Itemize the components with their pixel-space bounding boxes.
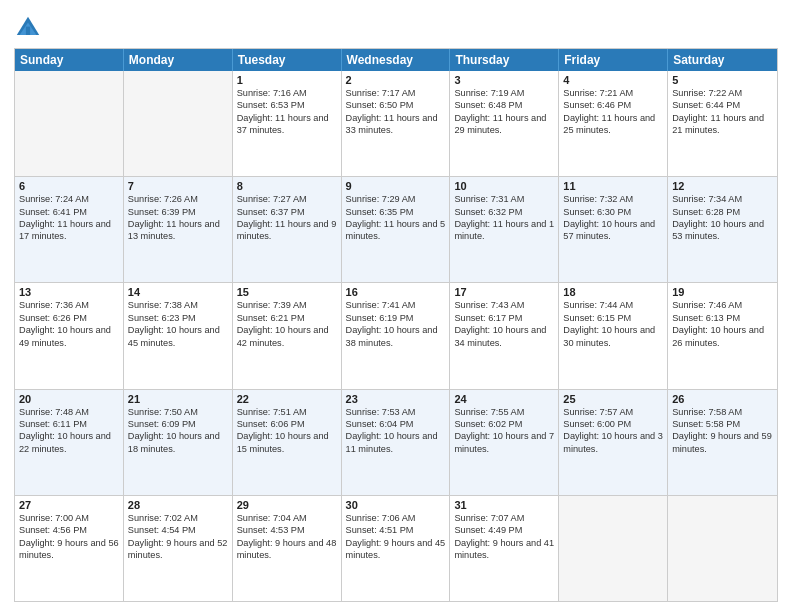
calendar-cell: 4Sunrise: 7:21 AM Sunset: 6:46 PM Daylig…	[559, 71, 668, 176]
header-day-saturday: Saturday	[668, 49, 777, 71]
calendar-cell: 3Sunrise: 7:19 AM Sunset: 6:48 PM Daylig…	[450, 71, 559, 176]
calendar-cell: 8Sunrise: 7:27 AM Sunset: 6:37 PM Daylig…	[233, 177, 342, 282]
page: SundayMondayTuesdayWednesdayThursdayFrid…	[0, 0, 792, 612]
calendar-cell: 26Sunrise: 7:58 AM Sunset: 5:58 PM Dayli…	[668, 390, 777, 495]
cell-content: Sunrise: 7:02 AM Sunset: 4:54 PM Dayligh…	[128, 513, 228, 560]
calendar-cell: 9Sunrise: 7:29 AM Sunset: 6:35 PM Daylig…	[342, 177, 451, 282]
day-number: 6	[19, 180, 119, 192]
calendar-cell: 2Sunrise: 7:17 AM Sunset: 6:50 PM Daylig…	[342, 71, 451, 176]
calendar-cell: 1Sunrise: 7:16 AM Sunset: 6:53 PM Daylig…	[233, 71, 342, 176]
calendar: SundayMondayTuesdayWednesdayThursdayFrid…	[14, 48, 778, 602]
cell-content: Sunrise: 7:07 AM Sunset: 4:49 PM Dayligh…	[454, 513, 554, 560]
calendar-cell: 31Sunrise: 7:07 AM Sunset: 4:49 PM Dayli…	[450, 496, 559, 601]
day-number: 27	[19, 499, 119, 511]
calendar-cell: 23Sunrise: 7:53 AM Sunset: 6:04 PM Dayli…	[342, 390, 451, 495]
calendar-row-5: 27Sunrise: 7:00 AM Sunset: 4:56 PM Dayli…	[15, 496, 777, 601]
day-number: 26	[672, 393, 773, 405]
day-number: 3	[454, 74, 554, 86]
day-number: 7	[128, 180, 228, 192]
day-number: 12	[672, 180, 773, 192]
cell-content: Sunrise: 7:50 AM Sunset: 6:09 PM Dayligh…	[128, 407, 220, 454]
day-number: 18	[563, 286, 663, 298]
cell-content: Sunrise: 7:51 AM Sunset: 6:06 PM Dayligh…	[237, 407, 329, 454]
calendar-cell	[668, 496, 777, 601]
calendar-row-2: 6Sunrise: 7:24 AM Sunset: 6:41 PM Daylig…	[15, 177, 777, 283]
calendar-cell: 21Sunrise: 7:50 AM Sunset: 6:09 PM Dayli…	[124, 390, 233, 495]
day-number: 5	[672, 74, 773, 86]
cell-content: Sunrise: 7:26 AM Sunset: 6:39 PM Dayligh…	[128, 194, 220, 241]
day-number: 24	[454, 393, 554, 405]
calendar-row-4: 20Sunrise: 7:48 AM Sunset: 6:11 PM Dayli…	[15, 390, 777, 496]
cell-content: Sunrise: 7:24 AM Sunset: 6:41 PM Dayligh…	[19, 194, 111, 241]
day-number: 23	[346, 393, 446, 405]
cell-content: Sunrise: 7:34 AM Sunset: 6:28 PM Dayligh…	[672, 194, 764, 241]
day-number: 30	[346, 499, 446, 511]
calendar-cell	[559, 496, 668, 601]
header	[14, 10, 778, 42]
cell-content: Sunrise: 7:57 AM Sunset: 6:00 PM Dayligh…	[563, 407, 663, 454]
cell-content: Sunrise: 7:46 AM Sunset: 6:13 PM Dayligh…	[672, 300, 764, 347]
calendar-cell: 28Sunrise: 7:02 AM Sunset: 4:54 PM Dayli…	[124, 496, 233, 601]
cell-content: Sunrise: 7:41 AM Sunset: 6:19 PM Dayligh…	[346, 300, 438, 347]
calendar-cell: 22Sunrise: 7:51 AM Sunset: 6:06 PM Dayli…	[233, 390, 342, 495]
day-number: 22	[237, 393, 337, 405]
cell-content: Sunrise: 7:27 AM Sunset: 6:37 PM Dayligh…	[237, 194, 337, 241]
svg-rect-2	[26, 27, 30, 35]
calendar-cell: 29Sunrise: 7:04 AM Sunset: 4:53 PM Dayli…	[233, 496, 342, 601]
logo-icon	[14, 14, 42, 42]
day-number: 25	[563, 393, 663, 405]
day-number: 16	[346, 286, 446, 298]
day-number: 2	[346, 74, 446, 86]
day-number: 29	[237, 499, 337, 511]
calendar-cell: 10Sunrise: 7:31 AM Sunset: 6:32 PM Dayli…	[450, 177, 559, 282]
calendar-row-1: 1Sunrise: 7:16 AM Sunset: 6:53 PM Daylig…	[15, 71, 777, 177]
cell-content: Sunrise: 7:48 AM Sunset: 6:11 PM Dayligh…	[19, 407, 111, 454]
calendar-cell: 16Sunrise: 7:41 AM Sunset: 6:19 PM Dayli…	[342, 283, 451, 388]
logo	[14, 14, 44, 42]
cell-content: Sunrise: 7:21 AM Sunset: 6:46 PM Dayligh…	[563, 88, 655, 135]
calendar-cell	[15, 71, 124, 176]
cell-content: Sunrise: 7:43 AM Sunset: 6:17 PM Dayligh…	[454, 300, 546, 347]
day-number: 1	[237, 74, 337, 86]
header-day-tuesday: Tuesday	[233, 49, 342, 71]
cell-content: Sunrise: 7:53 AM Sunset: 6:04 PM Dayligh…	[346, 407, 438, 454]
cell-content: Sunrise: 7:44 AM Sunset: 6:15 PM Dayligh…	[563, 300, 655, 347]
day-number: 20	[19, 393, 119, 405]
cell-content: Sunrise: 7:00 AM Sunset: 4:56 PM Dayligh…	[19, 513, 119, 560]
header-day-friday: Friday	[559, 49, 668, 71]
calendar-cell: 7Sunrise: 7:26 AM Sunset: 6:39 PM Daylig…	[124, 177, 233, 282]
cell-content: Sunrise: 7:32 AM Sunset: 6:30 PM Dayligh…	[563, 194, 655, 241]
calendar-row-3: 13Sunrise: 7:36 AM Sunset: 6:26 PM Dayli…	[15, 283, 777, 389]
calendar-cell: 6Sunrise: 7:24 AM Sunset: 6:41 PM Daylig…	[15, 177, 124, 282]
cell-content: Sunrise: 7:31 AM Sunset: 6:32 PM Dayligh…	[454, 194, 554, 241]
cell-content: Sunrise: 7:22 AM Sunset: 6:44 PM Dayligh…	[672, 88, 764, 135]
calendar-cell: 27Sunrise: 7:00 AM Sunset: 4:56 PM Dayli…	[15, 496, 124, 601]
calendar-cell: 15Sunrise: 7:39 AM Sunset: 6:21 PM Dayli…	[233, 283, 342, 388]
day-number: 4	[563, 74, 663, 86]
header-day-thursday: Thursday	[450, 49, 559, 71]
cell-content: Sunrise: 7:19 AM Sunset: 6:48 PM Dayligh…	[454, 88, 546, 135]
header-day-sunday: Sunday	[15, 49, 124, 71]
day-number: 28	[128, 499, 228, 511]
calendar-cell: 12Sunrise: 7:34 AM Sunset: 6:28 PM Dayli…	[668, 177, 777, 282]
cell-content: Sunrise: 7:06 AM Sunset: 4:51 PM Dayligh…	[346, 513, 446, 560]
calendar-header: SundayMondayTuesdayWednesdayThursdayFrid…	[15, 49, 777, 71]
calendar-cell: 30Sunrise: 7:06 AM Sunset: 4:51 PM Dayli…	[342, 496, 451, 601]
calendar-cell: 17Sunrise: 7:43 AM Sunset: 6:17 PM Dayli…	[450, 283, 559, 388]
day-number: 17	[454, 286, 554, 298]
day-number: 13	[19, 286, 119, 298]
day-number: 9	[346, 180, 446, 192]
day-number: 31	[454, 499, 554, 511]
calendar-cell: 5Sunrise: 7:22 AM Sunset: 6:44 PM Daylig…	[668, 71, 777, 176]
day-number: 15	[237, 286, 337, 298]
day-number: 19	[672, 286, 773, 298]
calendar-cell: 25Sunrise: 7:57 AM Sunset: 6:00 PM Dayli…	[559, 390, 668, 495]
header-day-monday: Monday	[124, 49, 233, 71]
calendar-cell: 18Sunrise: 7:44 AM Sunset: 6:15 PM Dayli…	[559, 283, 668, 388]
day-number: 14	[128, 286, 228, 298]
cell-content: Sunrise: 7:17 AM Sunset: 6:50 PM Dayligh…	[346, 88, 438, 135]
calendar-cell: 13Sunrise: 7:36 AM Sunset: 6:26 PM Dayli…	[15, 283, 124, 388]
cell-content: Sunrise: 7:39 AM Sunset: 6:21 PM Dayligh…	[237, 300, 329, 347]
cell-content: Sunrise: 7:04 AM Sunset: 4:53 PM Dayligh…	[237, 513, 337, 560]
calendar-body: 1Sunrise: 7:16 AM Sunset: 6:53 PM Daylig…	[15, 71, 777, 601]
